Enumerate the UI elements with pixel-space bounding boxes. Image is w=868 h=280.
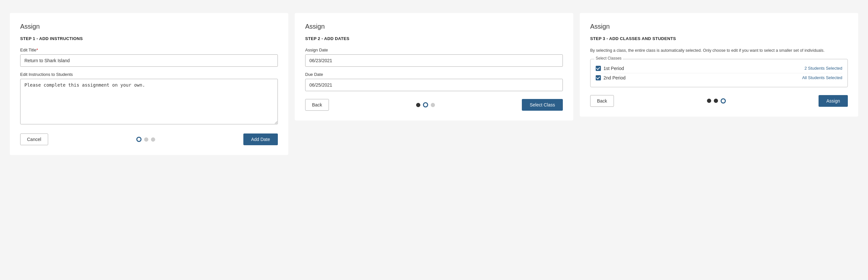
class-row-1: 1st Period 2 Students Selected [596,64,842,73]
select-classes-legend: Select Classes [594,56,623,61]
panel1-title: Assign [20,23,278,30]
dot-2-step2 [423,102,428,107]
panel3-description: By selecting a class, the entire class i… [590,48,848,54]
students-link-1[interactable]: 2 Students Selected [805,66,842,71]
title-input[interactable] [20,54,278,67]
due-date-input[interactable] [305,79,563,91]
dot-2-step3 [714,99,718,103]
class-check-label-2: 2nd Period [596,75,626,80]
dot-1-step2 [416,103,420,107]
cancel-button[interactable]: Cancel [20,134,48,145]
dot-1-step1 [136,137,142,142]
panel3-footer: Back Assign [590,95,848,107]
dot-3-step1 [151,137,155,142]
class-checkbox-1[interactable] [596,66,601,71]
step-dots-1 [136,137,155,142]
panel3-step-label: STEP 3 - ADD CLASSES AND STUDENTS [590,36,848,41]
panels-container: Assign STEP 1 - ADD INSTRUCTIONS Edit Ti… [6,13,862,155]
students-link-2[interactable]: All Students Selected [802,75,842,80]
class-row-2: 2nd Period All Students Selected [596,73,842,82]
panel-step2: Assign STEP 2 - ADD DATES Assign Date Du… [295,13,573,120]
assign-date-group: Assign Date [305,48,563,67]
step-dots-3 [707,98,726,104]
panel1-step-label: STEP 1 - ADD INSTRUCTIONS [20,36,278,41]
dot-1-step3 [707,99,711,103]
title-field-group: Edit Title* [20,48,278,67]
class-name-1: 1st Period [603,66,624,71]
panel3-title: Assign [590,23,848,30]
back-button-2[interactable]: Back [305,99,329,111]
select-classes-box: Select Classes 1st Period 2 Students Sel… [590,59,848,87]
dot-3-step2 [431,103,435,107]
add-date-button[interactable]: Add Date [243,134,278,145]
step-dots-2 [416,102,435,107]
panel-step1: Assign STEP 1 - ADD INSTRUCTIONS Edit Ti… [10,13,288,155]
dot-2-step1 [144,137,148,142]
select-class-button[interactable]: Select Class [522,99,563,111]
class-checkbox-2[interactable] [596,75,601,80]
panel-step3: Assign STEP 3 - ADD CLASSES AND STUDENTS… [580,13,858,117]
panel2-title: Assign [305,23,563,30]
class-name-2: 2nd Period [603,75,626,80]
back-button-3[interactable]: Back [590,95,614,107]
dot-3-step3 [721,98,726,104]
panel1-footer: Cancel Add Date [20,134,278,145]
instructions-field-group: Edit Instructions to Students [20,72,278,126]
assign-button[interactable]: Assign [818,95,848,107]
class-check-label-1: 1st Period [596,66,624,71]
panel2-footer: Back Select Class [305,99,563,111]
assign-date-input[interactable] [305,54,563,67]
title-label: Edit Title* [20,48,278,52]
panel2-step-label: STEP 2 - ADD DATES [305,36,563,41]
due-date-group: Due Date [305,72,563,91]
instructions-textarea[interactable] [20,79,278,124]
instructions-label: Edit Instructions to Students [20,72,278,77]
required-marker: * [36,48,38,52]
assign-date-label: Assign Date [305,48,563,52]
due-date-label: Due Date [305,72,563,77]
